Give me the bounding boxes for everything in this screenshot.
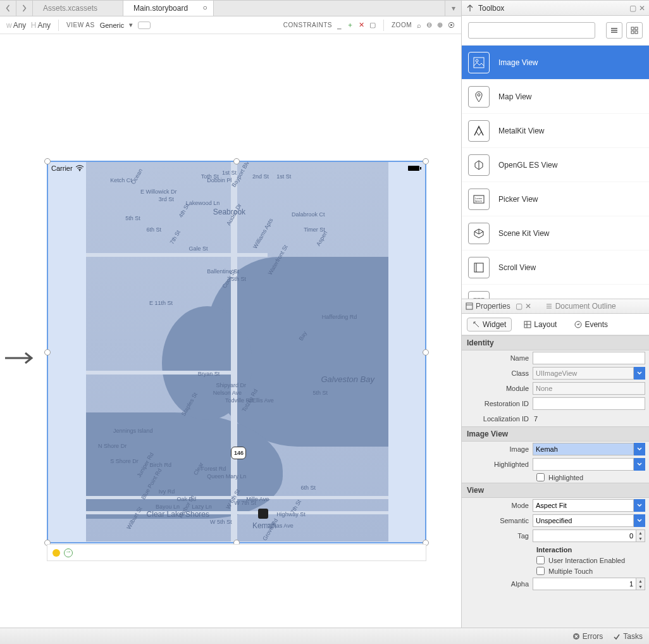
view-grid-icon[interactable] [626,22,643,39]
nav-forward-button[interactable] [16,1,33,16]
view-as-value[interactable]: Generic [100,22,125,29]
errors-button[interactable]: Errors [572,632,603,641]
name-field[interactable] [533,352,645,364]
view-list-icon[interactable] [606,22,622,39]
svg-rect-18 [466,303,473,309]
add-constraint-icon[interactable]: ＋ [347,20,354,30]
toolbox-item-image[interactable]: Image View [462,46,649,80]
events-tab[interactable]: Events [569,318,614,331]
toolbox-search-input[interactable] [468,22,595,39]
chevron-down-icon[interactable] [634,514,645,527]
zoom-label: ZOOM [392,22,412,28]
remove-constraint-icon[interactable]: ✕ [359,21,364,29]
wifi-icon [75,165,84,171]
warning-icon[interactable] [53,549,60,557]
highlighted-image-field[interactable] [533,458,634,471]
toolbox-item-scroll[interactable]: Scroll View [462,251,649,285]
street-label: Gale St [189,245,208,252]
stepper-up[interactable]: ▲ [636,530,645,536]
tasks-button[interactable]: Tasks [613,632,643,641]
route-shield: 146 [231,447,246,459]
alpha-field[interactable] [533,578,636,590]
localization-id-value: 7 [533,415,645,423]
chevron-down-icon[interactable] [634,458,645,471]
resize-handle[interactable] [423,158,429,164]
svg-rect-5 [635,27,638,30]
svg-text:Ipsum: Ipsum [475,199,483,202]
user-interaction-checkbox[interactable] [536,556,545,564]
resize-handle[interactable] [233,158,240,164]
tab-storyboard[interactable]: Main.storyboard ○ [123,1,214,16]
street-label: Lazy Ln [192,504,212,510]
class-field[interactable] [533,367,634,380]
chevron-down-icon[interactable] [634,443,645,455]
zoom-out-icon[interactable]: ⊖ [426,21,432,29]
poi-marker-icon [258,509,268,519]
nav-back-button[interactable] [0,1,16,16]
stackh-icon [468,291,490,299]
street-label: Ivy Rd [159,488,175,495]
zoom-fit-icon[interactable]: ⌕ [417,22,421,29]
street-label: N Shore Dr [98,443,127,449]
toolbox-item-scene[interactable]: Scene Kit View [462,216,649,251]
street-label: Shipyard Dr [216,382,247,388]
entry-arrow-icon[interactable] [4,350,38,366]
toolbox-item-label: Map View [498,92,531,101]
tab-assets[interactable]: Assets.xcassets [33,1,123,16]
document-outline-tab[interactable]: Document Outline [545,302,616,311]
street-label: S Shore Dr [110,458,139,464]
resize-handle[interactable] [44,158,51,164]
module-field[interactable] [533,382,645,395]
semantic-field[interactable] [533,514,634,527]
svg-rect-14 [474,263,483,272]
multiple-touch-checkbox[interactable] [536,567,545,575]
stepper-up[interactable]: ▲ [636,578,645,584]
stepper-down[interactable]: ▼ [636,584,645,590]
image-icon [468,52,490,73]
zoom-in-icon[interactable]: ⊕ [437,21,443,29]
layout-tab[interactable]: Layout [518,318,562,331]
chevron-down-icon[interactable] [634,499,645,512]
image-field[interactable] [533,443,634,455]
gl-icon [468,154,490,176]
zoom-actual-icon[interactable]: ⦿ [448,22,455,29]
highlighted-checkbox[interactable] [536,473,545,481]
tag-field[interactable] [533,529,636,542]
chevron-down-icon[interactable]: ▾ [129,21,133,29]
street-label: Ketch Ct [110,177,132,183]
mode-field[interactable] [533,499,634,512]
widget-tab[interactable]: Widget [467,318,512,331]
undock-icon[interactable]: ▢ [629,4,636,13]
pin-icon[interactable]: ⎯ [337,22,342,29]
close-icon[interactable]: ✕ [639,4,645,13]
close-icon[interactable]: ○ [202,4,208,11]
close-icon[interactable]: ✕ [525,302,531,311]
street-label: Hafferding Rd [322,314,357,320]
embed-icon[interactable]: ▢ [369,21,376,29]
properties-panel-tab[interactable]: Properties [466,302,510,311]
toolbox-item-label: MetalKit View [498,127,544,135]
toolbox-item-label: Scene Kit View [498,229,550,238]
stepper-down[interactable]: ▼ [636,536,645,542]
chevron-down-icon[interactable] [634,367,645,380]
undock-icon[interactable]: ▢ [516,302,522,311]
toolbox-icon [466,4,474,13]
size-class[interactable]: wAny HAny [6,21,51,30]
toolbox-item-metal[interactable]: MetalKit View [462,114,649,148]
entry-point-icon[interactable] [64,548,73,557]
restoration-id-field[interactable] [533,397,645,410]
street-label: Forest Rd [201,466,226,472]
toolbox-item-picker[interactable]: LoremIpsumPicker View [462,182,649,216]
resize-handle[interactable] [44,349,51,356]
design-canvas[interactable]: Carrier Galveston Bay Seabrook [0,34,461,628]
toolbox-item-pin[interactable]: Map View [462,80,649,114]
tab-overflow-button[interactable]: ▾ [445,1,461,16]
device-toggle[interactable] [138,22,151,29]
tab-label: Main.storyboard [133,4,188,13]
toolbox-item-gl[interactable]: OpenGL ES View [462,148,649,182]
street-label: Birch Rd [149,462,171,468]
svg-rect-4 [631,27,634,30]
toolbox-item-stackh[interactable]: Stack View Horizontal [462,285,649,299]
resize-handle[interactable] [423,349,429,356]
imageview-selection[interactable]: Carrier Galveston Bay Seabrook [47,161,426,543]
